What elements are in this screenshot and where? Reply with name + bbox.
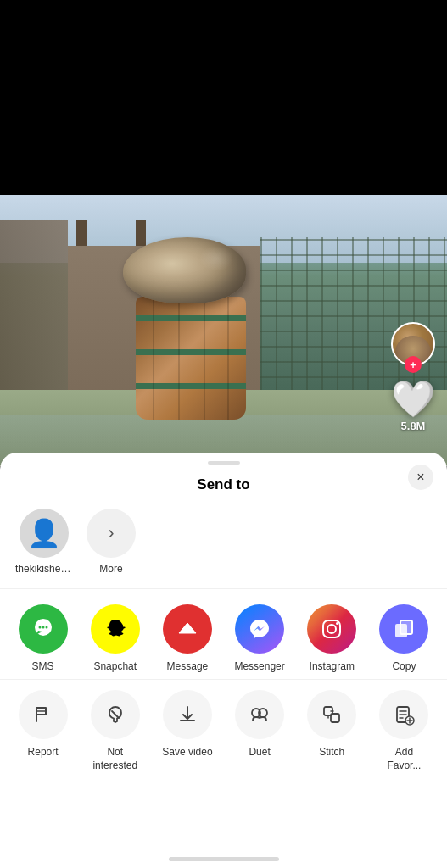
like-count: 5.8M [401, 420, 426, 432]
svg-rect-10 [400, 620, 412, 634]
copy-icon [379, 604, 428, 654]
save-video-icon-circle [163, 690, 212, 739]
snapchat-icon [91, 604, 140, 654]
add-favorites-icon-circle [379, 690, 428, 739]
svg-line-12 [112, 711, 119, 718]
share-apps-row: SMS Snapchat Message [0, 589, 447, 679]
report-icon-circle [19, 690, 68, 739]
snapchat-label: Snapchat [93, 660, 137, 672]
sheet-title: Send to [0, 465, 447, 493]
svg-point-8 [336, 622, 338, 625]
save-video-action-item[interactable]: Save video [151, 690, 223, 772]
instagram-share-item[interactable]: Instagram [296, 604, 368, 672]
close-icon: × [416, 470, 424, 485]
right-side-panel: + 🤍 5.8M [391, 322, 435, 432]
messenger-share-item[interactable]: Messenger [224, 604, 296, 672]
contact-avatar-thekikisheikh: 👤 [20, 509, 69, 558]
svg-point-7 [327, 625, 336, 633]
sms-icon [19, 604, 68, 654]
message-icon [163, 604, 212, 654]
svg-point-2 [42, 626, 44, 629]
not-interested-action-item[interactable]: Notinterested [79, 690, 151, 772]
not-interested-icon-circle [91, 690, 140, 739]
like-button[interactable]: 🤍 5.8M [391, 381, 435, 432]
not-interested-label: Notinterested [92, 746, 137, 772]
messenger-label: Messenger [234, 660, 284, 672]
copy-share-item[interactable]: Copy [368, 604, 440, 672]
avatar-container[interactable]: + [391, 322, 435, 366]
add-favorites-label: AddFavor... [387, 746, 421, 772]
bottom-sheet: Send to × 👤 thekikisheikh › More [0, 453, 447, 868]
report-action-item[interactable]: Report [7, 690, 79, 772]
top-black-area [0, 0, 447, 195]
svg-point-1 [38, 626, 41, 629]
instagram-icon [307, 604, 356, 654]
svg-point-3 [45, 626, 47, 629]
save-video-label: Save video [162, 746, 212, 758]
duet-action-item[interactable]: Duet [224, 690, 296, 772]
video-area: + 🤍 5.8M [0, 195, 447, 466]
contacts-row: 👤 thekikisheikh › More [0, 493, 447, 589]
sms-share-item[interactable]: SMS [7, 604, 79, 672]
heart-icon: 🤍 [391, 381, 435, 417]
contact-item-thekikisheikh[interactable]: 👤 thekikisheikh [15, 509, 73, 575]
duet-icon-circle [235, 690, 284, 739]
svg-marker-5 [179, 623, 196, 633]
message-label: Message [167, 660, 209, 672]
close-button[interactable]: × [408, 465, 433, 490]
barrel [136, 297, 246, 420]
snapchat-share-item[interactable]: Snapchat [79, 604, 151, 672]
messenger-icon [235, 604, 284, 654]
more-icon-circle: › [87, 509, 136, 558]
more-button[interactable]: › More [87, 509, 136, 575]
sms-label: SMS [32, 660, 54, 672]
stitch-icon-circle [307, 690, 356, 739]
capybara [123, 237, 250, 309]
add-favorites-action-item[interactable]: AddFavor... [368, 690, 440, 772]
more-label: More [99, 563, 122, 575]
instagram-label: Instagram [310, 660, 355, 672]
home-indicator [169, 857, 279, 861]
copy-label: Copy [392, 660, 416, 672]
report-label: Report [28, 746, 59, 758]
stitch-label: Stitch [319, 746, 344, 758]
duet-label: Duet [249, 746, 270, 758]
contact-name-thekikisheikh: thekikisheikh [15, 563, 73, 575]
message-share-item[interactable]: Message [151, 604, 223, 672]
stitch-action-item[interactable]: Stitch [296, 690, 368, 772]
actions-row: Report Notinterested Save video [0, 679, 447, 772]
follow-icon[interactable]: + [405, 356, 422, 373]
